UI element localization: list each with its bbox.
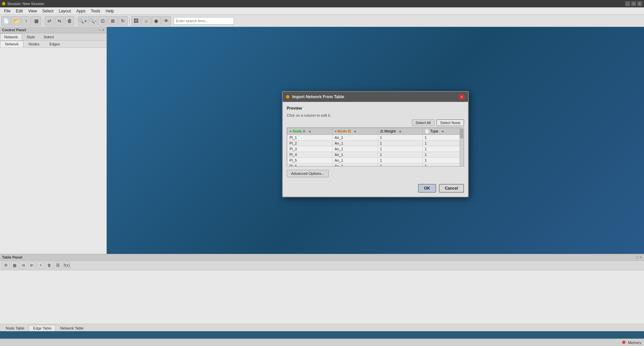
dialog-footer: OK Cancel: [283, 181, 468, 197]
tab-network[interactable]: Network: [0, 33, 22, 40]
open-button[interactable]: 📂: [11, 16, 21, 26]
control-panel-header: Control Panel − ×: [0, 27, 106, 33]
tab-node-table[interactable]: Node Table: [1, 325, 29, 331]
menu-view[interactable]: View: [26, 8, 40, 14]
table-cell-b: An_1: [332, 140, 378, 146]
new-session-button[interactable]: 📄: [1, 16, 11, 26]
toolbar: 📄 📂 ↑ ▦ ⇄ ⇆ 🗑 🔍+ 🔍- ⊡ ⊠ ↻ 🖼 ⌂ ◉ 👁: [0, 15, 644, 27]
table-link-btn[interactable]: ⛓: [54, 262, 62, 269]
table-merge-btn[interactable]: ⇉: [19, 262, 27, 269]
sub-tab-nodes[interactable]: Nodes: [24, 41, 44, 47]
menu-help[interactable]: Help: [103, 8, 117, 14]
table-cell-b: An_1: [332, 134, 378, 140]
search-input[interactable]: [174, 17, 234, 25]
close-button[interactable]: ×: [637, 1, 642, 6]
dialog-close-button[interactable]: ×: [459, 94, 465, 100]
menu-file[interactable]: File: [1, 8, 13, 14]
table-view-btn[interactable]: ▦: [11, 262, 18, 269]
select-all-button[interactable]: Select All: [412, 119, 434, 126]
copy-button[interactable]: ⇄: [45, 16, 54, 26]
table-button[interactable]: ▦: [32, 16, 41, 26]
control-panel-title: Control Panel: [2, 28, 26, 32]
delete-button[interactable]: 🗑: [65, 16, 74, 26]
scrollbar-thumb[interactable]: [460, 128, 463, 139]
preview-table: ● Node A ◄ ● Node B ◄ ⚖ Weight: [287, 128, 464, 166]
table-cell-a: Pl_4: [287, 152, 332, 157]
control-panel-tabs: Network Style Select: [0, 33, 106, 41]
table-row: Pl_1An_111: [287, 134, 464, 140]
select-none-button[interactable]: Select None: [436, 119, 464, 126]
col-node-a[interactable]: ● Node A ◄: [287, 128, 332, 134]
advanced-options-button[interactable]: Advanced Options...: [287, 170, 329, 177]
zoom-fit-button[interactable]: ⊡: [98, 16, 107, 26]
cancel-button[interactable]: Cancel: [439, 184, 464, 193]
col-type[interactable]: 📄 Type ◄: [422, 128, 463, 134]
memory-label: Memory: [628, 341, 641, 345]
preview-table-container: ● Node A ◄ ● Node B ◄ ⚖ Weight: [287, 127, 464, 166]
tab-select[interactable]: Select: [39, 33, 58, 40]
table-cell-type: 1: [422, 163, 463, 166]
menu-apps[interactable]: Apps: [74, 8, 88, 14]
table-cell-b: An_1: [332, 163, 378, 166]
menu-bar: File Edit View Select Layout Apps Tools …: [0, 7, 644, 15]
minimize-button[interactable]: _: [625, 1, 630, 6]
status-bar: Memory: [0, 339, 644, 346]
scrollbar[interactable]: [460, 128, 464, 166]
table-row: Pl_4An_111: [287, 152, 464, 157]
network-canvas[interactable]: Import Network From Table × Preview Clic…: [107, 27, 644, 261]
control-panel: Control Panel − × Network Style Select N…: [0, 27, 107, 261]
table-cell-b: An_1: [332, 157, 378, 163]
control-panel-content: [0, 48, 106, 261]
dialog-title-dot: [286, 95, 289, 99]
sub-tab-network[interactable]: Network: [0, 41, 24, 47]
table-cell-a: Pl_2: [287, 140, 332, 146]
app-title: Session: New Session: [7, 2, 44, 6]
table-cell-weight: 1: [378, 163, 422, 166]
show-button[interactable]: 👁: [162, 16, 171, 26]
menu-tools[interactable]: Tools: [88, 8, 103, 14]
export-image-button[interactable]: 🖼: [131, 16, 141, 26]
import-button[interactable]: ↑: [21, 16, 31, 26]
refresh-button[interactable]: ↻: [118, 16, 128, 26]
table-cell-weight: 1: [378, 157, 422, 163]
table-delete-btn[interactable]: 🗑: [46, 262, 53, 269]
table-cell-weight: 1: [378, 134, 422, 140]
hide-button[interactable]: ◉: [151, 16, 161, 26]
ok-button[interactable]: OK: [418, 184, 436, 193]
sub-tab-edges[interactable]: Edges: [44, 41, 65, 47]
zoom-out-button[interactable]: 🔍-: [88, 16, 97, 26]
menu-select[interactable]: Select: [40, 8, 56, 14]
dialog-body: Preview Click on a column to edit it. Se…: [283, 102, 468, 181]
toolbar-separator-2: [76, 17, 76, 25]
col-node-b[interactable]: ● Node B ◄: [332, 128, 378, 134]
col-weight[interactable]: ⚖ Weight ◄: [378, 128, 422, 134]
table-cell-a: Pl_3: [287, 146, 332, 152]
paste-button[interactable]: ⇆: [55, 16, 64, 26]
control-panel-minimize-btn[interactable]: −: [99, 28, 101, 32]
preview-table-body: Pl_1An_111Pl_2An_111Pl_3An_111Pl_4An_111…: [287, 134, 464, 166]
menu-edit[interactable]: Edit: [13, 8, 26, 14]
control-panel-close-btn[interactable]: ×: [102, 28, 104, 32]
network-sub-tabs: Network Nodes Edges: [0, 41, 106, 48]
table-add-btn[interactable]: +: [37, 262, 44, 269]
title-bar: Session: New Session _ □ ×: [0, 0, 644, 7]
tab-network-table[interactable]: Network Table: [56, 325, 88, 331]
zoom-100-button[interactable]: ⊠: [108, 16, 118, 26]
zoom-in-button[interactable]: 🔍+: [78, 16, 87, 26]
dialog-title-bar: Import Network From Table ×: [283, 92, 468, 102]
table-cell-b: An_1: [332, 152, 378, 157]
home-button[interactable]: ⌂: [141, 16, 151, 26]
table-row: Pl_3An_111: [287, 146, 464, 152]
tab-edge-table[interactable]: Edge Table: [29, 325, 56, 331]
tab-style[interactable]: Style: [22, 33, 39, 40]
table-content: [0, 270, 644, 324]
menu-layout[interactable]: Layout: [56, 8, 74, 14]
table-split-btn[interactable]: ⇇: [28, 262, 36, 269]
maximize-button[interactable]: □: [631, 1, 636, 6]
title-bar-controls: _ □ ×: [625, 1, 642, 6]
import-dialog: Import Network From Table × Preview Clic…: [282, 91, 469, 197]
preview-controls: Select All Select None: [287, 119, 464, 126]
table-settings-btn[interactable]: ⚙: [2, 262, 9, 269]
table-function-btn[interactable]: f(x): [63, 262, 71, 269]
table-cell-weight: 1: [378, 146, 422, 152]
